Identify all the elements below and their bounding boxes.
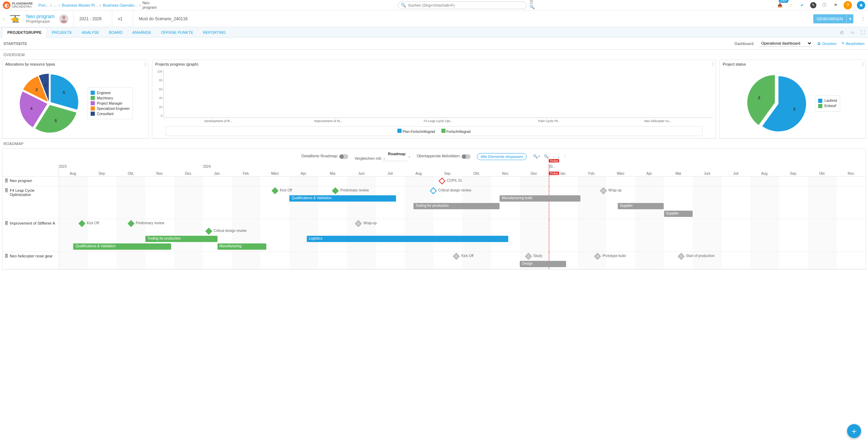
collapse-icon[interactable]: ▯ [144, 61, 147, 66]
star-icon[interactable]: ☆ [788, 2, 794, 8]
overview-header: OVERVIEW [0, 50, 868, 60]
edit-link[interactable]: ✎Bearbeiten [842, 41, 865, 46]
search-settings-icon[interactable]: ☰🔍 [530, 1, 536, 8]
milestone[interactable] [439, 178, 446, 184]
tab-reporting[interactable]: REPORTING [198, 27, 230, 37]
svg-text:2: 2 [36, 87, 38, 92]
print-link[interactable]: 🖶Drucken [817, 42, 837, 46]
approve-dropdown[interactable]: ▾ [846, 14, 853, 23]
progress-legend: Plan-Fortschrittsgrad Fortschrittsgrad [166, 126, 702, 136]
svg-rect-0 [10, 15, 20, 16]
svg-rect-3 [11, 19, 13, 20]
approve-button[interactable]: GENEHMIGEN [813, 14, 846, 23]
milestone-label: Kick Off [87, 221, 99, 225]
toggle-view-icon[interactable]: ◴ [839, 29, 845, 36]
fullscreen-icon[interactable]: ⛶ [860, 29, 866, 36]
briefcase-icon: 🗄 [5, 221, 8, 225]
svg-text:4: 4 [30, 106, 33, 111]
milestone-label: Start of production [686, 254, 715, 258]
overlap-toggle[interactable] [462, 154, 471, 159]
prev-icon[interactable]: ‹ [553, 154, 555, 159]
zoom-out-icon[interactable]: 🔍- [544, 154, 550, 159]
milestone[interactable] [678, 253, 685, 260]
info-icon[interactable]: ⓘ [821, 2, 828, 8]
svg-text:3: 3 [793, 107, 795, 111]
period-field: 2021 - 2026 [73, 10, 107, 27]
briefcase-icon: 🗄 [5, 254, 8, 258]
gantt-bar[interactable]: Manufacturing [218, 243, 266, 250]
fit-all-button[interactable]: Alle Elemente einpassen [477, 153, 527, 160]
check-icon[interactable]: ✔ [799, 2, 805, 8]
more-menu-icon[interactable]: ⋮ [861, 16, 865, 21]
svg-text:1: 1 [45, 83, 47, 87]
tab-offene punkte[interactable]: OFFENE PUNKTE [156, 27, 198, 37]
milestone-label: Wrap-up [363, 221, 376, 225]
milestone-label: Wrap-up [608, 188, 622, 192]
pencil-icon: ✎ [842, 41, 845, 46]
tab-projekte[interactable]: PROJEKTE [47, 27, 77, 37]
collapse-icon[interactable]: ▯ [862, 61, 864, 66]
milestone[interactable] [332, 187, 339, 194]
notifications-icon[interactable]: 📥100+ [777, 2, 783, 8]
milestone[interactable] [272, 187, 279, 194]
gantt-bar[interactable]: Tooling for production [413, 203, 500, 209]
gantt-bar[interactable]: Supplier [618, 203, 664, 209]
owner-avatar[interactable] [59, 14, 68, 23]
tab-analyse[interactable]: ANALYSE [77, 27, 104, 37]
milestone[interactable] [205, 228, 212, 235]
svg-text:5: 5 [55, 118, 57, 123]
compare-select[interactable] [383, 156, 408, 161]
gantt-bar[interactable]: Design [520, 261, 566, 267]
gantt-bar[interactable]: Tooling for production [145, 236, 218, 242]
gantt-row-label[interactable]: 🗄 Neo helicopter nose gear [2, 252, 59, 269]
zoom-in-icon[interactable]: 🔍+ [533, 154, 540, 159]
roadmap-title: Roadmap [383, 152, 411, 156]
app-logo[interactable]: ◐ PLANISWAREORCHESTRA [3, 1, 33, 9]
scenario-field: Must do Scenario_240116 [133, 10, 193, 27]
svg-point-4 [16, 18, 17, 20]
allocations-pie: 55421 [18, 72, 81, 135]
status-pie: 32 [745, 72, 808, 135]
comments-icon[interactable]: ▭ [849, 29, 855, 36]
milestone-label: Kick Off [280, 188, 292, 192]
svg-text:2: 2 [758, 95, 760, 100]
tab-board[interactable]: BOARD [104, 27, 127, 37]
edit-circle-icon[interactable]: ✎ [810, 2, 816, 8]
dashboard-select[interactable]: Operational dashboard [759, 40, 812, 47]
project-title: Neo program Projektgruppe [26, 14, 55, 24]
gantt-row-label[interactable]: 🗄 Neo program [2, 176, 59, 186]
approve-button-group: GENEHMIGEN ▾ [813, 14, 853, 23]
gantt-bar[interactable]: Qualifications & Validation [289, 195, 396, 202]
dashboard-label: Dashboard: [734, 42, 754, 46]
milestone-label: Study [533, 254, 542, 258]
breadcrumb-link[interactable]: Business Master Pl... [62, 3, 98, 7]
card-progress: Projects progress (graph) ▯ 100806040200… [152, 60, 716, 138]
gantt-row-label[interactable]: 🗄 Improvement of Stiffener A [2, 219, 59, 251]
compare-label: Vergleichen mit: [355, 156, 382, 160]
gantt-bar[interactable]: Qualifications & Validation [73, 243, 171, 250]
breadcrumb-link[interactable]: Business Operatio... [103, 3, 137, 7]
gantt-row-label[interactable]: 🗄 F4 Leap Cycle Optimization [2, 186, 59, 219]
tab-anhänge[interactable]: ANHÄNGE [128, 27, 156, 37]
flag-icon[interactable]: ⚑ [832, 2, 839, 8]
help-button[interactable]: ? [844, 1, 852, 9]
gantt-menu-icon[interactable]: ⋮ [563, 154, 567, 159]
status-legend: LaufendEntwurf [815, 95, 840, 112]
search-box[interactable]: 🔍 [398, 1, 527, 9]
search-input[interactable] [408, 3, 524, 7]
breadcrumb-link[interactable]: ... [54, 3, 57, 7]
favorite-button[interactable]: ★ [857, 1, 865, 9]
detailed-toggle[interactable] [339, 154, 348, 159]
gantt-bar[interactable]: Logistics [307, 236, 509, 242]
collapse-icon[interactable]: ▯ [712, 61, 714, 66]
progress-bar-chart: 100806040200 [163, 70, 713, 118]
next-icon[interactable]: › [558, 154, 559, 159]
gantt-bar[interactable]: Supplier [664, 211, 693, 217]
breadcrumb-link[interactable]: Port... [38, 3, 48, 7]
gantt-bar[interactable]: Manufacturing build [500, 195, 580, 202]
milestone[interactable] [453, 253, 460, 260]
tab-projektgruppe[interactable]: PROJEKTGRUPPE [2, 28, 47, 38]
svg-rect-7 [17, 21, 18, 22]
card-status: Project status ▯ 32 LaufendEntwurf [719, 60, 866, 138]
back-chevron-icon[interactable]: › [3, 16, 5, 22]
